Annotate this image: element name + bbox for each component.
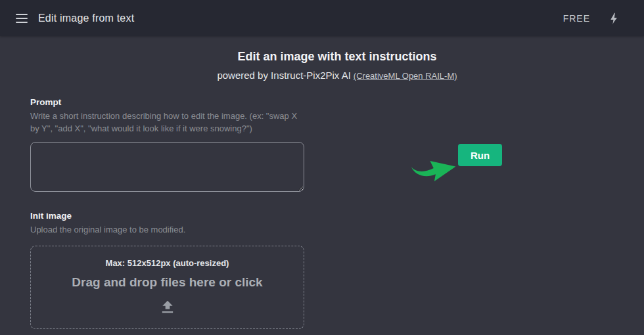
dropzone-max-note: Max: 512x512px (auto-resized) <box>106 258 229 268</box>
prompt-help: Write a short instruction describing how… <box>30 110 304 135</box>
dropzone-instruction: Drag and drop files here or click <box>72 275 262 290</box>
plan-badge[interactable]: FREE <box>563 13 590 24</box>
bolt-icon[interactable] <box>606 11 620 26</box>
init-image-section: Init image Upload the original image to … <box>30 211 304 329</box>
topbar-right: FREE <box>563 11 620 26</box>
form-column: Prompt Write a short instruction describ… <box>30 97 304 329</box>
app-title: Edit image from text <box>38 12 134 24</box>
subtitle-text: powered by Instruct-Pix2Pix AI <box>217 70 350 81</box>
run-group: Run <box>410 144 502 186</box>
run-button[interactable]: Run <box>458 144 502 166</box>
upload-icon <box>158 298 177 319</box>
init-image-help: Upload the original image to be modified… <box>30 224 304 236</box>
menu-bar <box>16 22 28 23</box>
license-link[interactable]: (CreativeML Open RAIL-M) <box>354 71 457 81</box>
prompt-textarea[interactable] <box>30 142 304 192</box>
menu-bar <box>16 18 28 19</box>
topbar: Edit image from text FREE <box>0 0 644 36</box>
page-title: Edit an image with text instructions <box>30 50 644 64</box>
page-subtitle: powered by Instruct-Pix2Pix AI(CreativeM… <box>30 70 644 81</box>
hero: Edit an image with text instructions pow… <box>30 50 644 81</box>
main-content: Edit an image with text instructions pow… <box>0 50 644 329</box>
menu-bar <box>16 14 28 15</box>
init-image-label: Init image <box>30 211 304 221</box>
prompt-section: Prompt Write a short instruction describ… <box>30 97 304 192</box>
prompt-label: Prompt <box>30 97 304 107</box>
file-dropzone[interactable]: Max: 512x512px (auto-resized) Drag and d… <box>30 246 304 329</box>
curved-arrow-icon <box>409 152 460 185</box>
menu-icon[interactable] <box>16 14 28 23</box>
